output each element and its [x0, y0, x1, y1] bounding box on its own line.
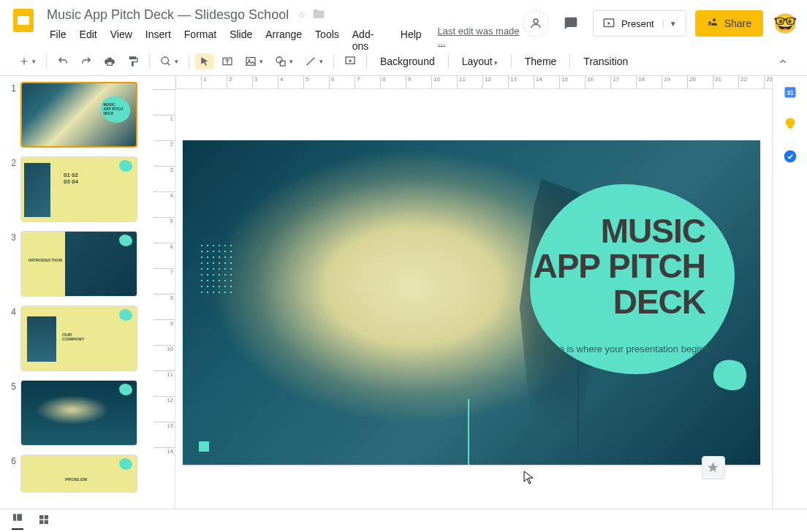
- move-to-drive-icon[interactable]: [312, 7, 325, 23]
- zoom-button[interactable]: ▾: [156, 53, 183, 70]
- side-panel: 31: [772, 76, 807, 509]
- vertical-ruler: 1234567891011121314: [154, 89, 175, 509]
- comments-icon[interactable]: [558, 10, 584, 37]
- svg-rect-16: [39, 515, 43, 519]
- background-button[interactable]: Background: [373, 53, 442, 70]
- menu-view[interactable]: View: [105, 26, 138, 55]
- redo-button[interactable]: [76, 53, 96, 70]
- last-edit-link[interactable]: Last edit was made ...: [438, 26, 523, 55]
- slide-thumb-1[interactable]: MUSIC APP PITCH DECK: [20, 82, 137, 148]
- slide-canvas[interactable]: MUSIC APP PITCH DECK Here is where your …: [183, 140, 760, 465]
- slide-subtitle[interactable]: Here is where your presentation begins: [544, 343, 709, 354]
- slide-thumb-5[interactable]: [20, 380, 137, 446]
- bottom-bar: [0, 509, 807, 532]
- present-label: Present: [621, 18, 654, 29]
- svg-point-13: [784, 151, 796, 163]
- slide-thumb-6[interactable]: PROBLEM: [20, 455, 137, 493]
- slide-thumb-2[interactable]: 01 02 03 04: [20, 156, 137, 222]
- svg-point-4: [162, 57, 168, 64]
- grid-view-icon[interactable]: [38, 514, 50, 528]
- svg-rect-14: [13, 514, 16, 520]
- transition-button[interactable]: Transition: [576, 53, 635, 70]
- account-avatar[interactable]: 🤓: [772, 10, 798, 37]
- filmstrip[interactable]: 1 MUSIC APP PITCH DECK 2 01 02 03 04 3 I…: [0, 76, 154, 509]
- comment-button[interactable]: [340, 53, 360, 70]
- image-tool[interactable]: ▾: [240, 53, 268, 70]
- canvas-area[interactable]: 1234567891011121314151617181920212223242…: [154, 76, 772, 509]
- line-tool[interactable]: ▾: [300, 53, 327, 70]
- thumb-number: 1: [6, 82, 20, 148]
- slides-logo[interactable]: [9, 6, 38, 35]
- slide-thumb-3[interactable]: INTRODUCTION: [20, 231, 137, 297]
- svg-point-2: [534, 19, 538, 23]
- cursor-icon: [523, 471, 535, 487]
- present-button[interactable]: Present ▼: [593, 10, 686, 37]
- doc-title[interactable]: Music App Pitch Deck — Slidesgo School: [44, 6, 292, 24]
- menu-insert[interactable]: Insert: [140, 26, 177, 55]
- menu-arrange[interactable]: Arrange: [259, 26, 308, 55]
- menu-tools[interactable]: Tools: [309, 26, 345, 55]
- calendar-icon[interactable]: 31: [783, 85, 797, 99]
- menu-slide[interactable]: Slide: [224, 26, 258, 55]
- menu-file[interactable]: File: [44, 26, 72, 55]
- svg-rect-19: [45, 520, 48, 524]
- share-label: Share: [724, 18, 751, 29]
- explore-button[interactable]: [702, 456, 725, 479]
- thumb-number: 5: [6, 380, 20, 446]
- menu-help[interactable]: Help: [395, 26, 428, 55]
- keep-icon[interactable]: [783, 117, 797, 132]
- menu-edit[interactable]: Edit: [74, 26, 103, 55]
- hide-menus-button[interactable]: [773, 53, 792, 69]
- share-button[interactable]: Share: [695, 10, 763, 37]
- shape-tool[interactable]: ▾: [270, 53, 298, 70]
- svg-rect-15: [17, 514, 22, 520]
- undo-button[interactable]: [53, 53, 73, 70]
- thumb-number: 2: [6, 156, 20, 222]
- star-icon[interactable]: ☆: [298, 10, 306, 20]
- slide-thumb-4[interactable]: OUR COMPANY: [20, 305, 137, 371]
- svg-rect-18: [39, 520, 43, 524]
- theme-button[interactable]: Theme: [518, 53, 564, 70]
- thumb-number: 4: [6, 305, 20, 371]
- thumb-number: 6: [6, 455, 20, 493]
- activity-icon[interactable]: [523, 10, 549, 37]
- horizontal-ruler: 1234567891011121314151617181920212223242…: [175, 76, 772, 89]
- select-tool[interactable]: [195, 53, 214, 69]
- menubar: File Edit View Insert Format Slide Arran…: [44, 26, 523, 55]
- filmstrip-view-icon[interactable]: [12, 512, 23, 530]
- svg-point-8: [276, 57, 282, 63]
- header: Music App Pitch Deck — Slidesgo School ☆…: [0, 0, 807, 47]
- svg-rect-1: [18, 16, 29, 25]
- present-dropdown-icon[interactable]: ▼: [663, 20, 677, 28]
- textbox-tool[interactable]: [217, 53, 238, 70]
- tasks-icon[interactable]: [783, 149, 797, 164]
- print-button[interactable]: [99, 53, 120, 70]
- new-slide-button[interactable]: ▾: [15, 53, 40, 69]
- svg-rect-6: [246, 57, 255, 65]
- main-area: 1 MUSIC APP PITCH DECK 2 01 02 03 04 3 I…: [0, 76, 807, 509]
- menu-addons[interactable]: Add-ons: [346, 26, 393, 55]
- layout-button[interactable]: Layout▾: [455, 53, 505, 70]
- paint-format-button[interactable]: [123, 53, 143, 70]
- svg-rect-9: [280, 61, 285, 66]
- svg-rect-17: [45, 515, 48, 519]
- slide-title[interactable]: MUSIC APP PITCH DECK: [533, 213, 705, 319]
- thumb-number: 3: [6, 231, 20, 297]
- menu-format[interactable]: Format: [178, 26, 222, 55]
- svg-text:31: 31: [787, 89, 794, 96]
